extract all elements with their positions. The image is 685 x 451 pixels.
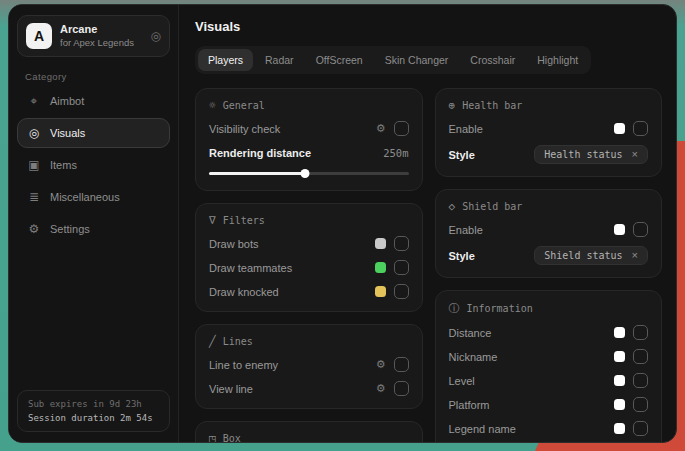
checkbox[interactable] — [633, 121, 648, 136]
checkbox[interactable] — [394, 284, 409, 299]
checkbox[interactable] — [394, 357, 409, 372]
sidebar-item-items[interactable]: ▣Items — [17, 150, 170, 180]
color-swatch[interactable] — [614, 375, 625, 386]
sidebar-item-label: Items — [50, 159, 77, 171]
row-controls: Shield status× — [534, 246, 648, 265]
session-duration-text: Session duration 2m 54s — [28, 413, 159, 423]
row-draw-knocked: Draw knocked — [209, 284, 409, 299]
row-label: Rendering distance — [209, 147, 311, 159]
target-icon[interactable]: ◎ — [151, 29, 161, 43]
color-swatch[interactable] — [614, 327, 625, 338]
select-value: Shield status — [544, 250, 622, 261]
card-title: Shield bar — [462, 201, 522, 212]
gear-icon[interactable]: ⚙ — [376, 358, 386, 371]
row-enable: Enable — [449, 222, 649, 237]
subscription-card: Sub expires in 9d 23h Session duration 2… — [17, 390, 170, 432]
row-controls: ⚙ — [376, 121, 409, 136]
row-controls: Health status× — [534, 145, 648, 164]
checkbox[interactable] — [633, 397, 648, 412]
row-level: Level — [449, 373, 649, 388]
row-controls — [614, 397, 648, 412]
tab-highlight[interactable]: Highlight — [527, 49, 588, 71]
tab-radar[interactable]: Radar — [255, 49, 304, 71]
row-label: Line to enemy — [209, 359, 278, 371]
row-draw-bots: Draw bots — [209, 236, 409, 251]
row-distance: Distance — [449, 325, 649, 340]
card-header: ⊕Health bar — [449, 99, 649, 112]
settings-columns: ☼GeneralVisibility check⚙Rendering dista… — [195, 88, 662, 442]
main-panel: Visuals PlayersRadarOffScreenSkin Change… — [179, 5, 676, 442]
app-title: Arcane — [60, 23, 134, 37]
sidebar-item-settings[interactable]: ⚙Settings — [17, 214, 170, 244]
tab-players[interactable]: Players — [198, 49, 253, 71]
card-header: ◳Box — [209, 432, 409, 442]
sidebar-item-aimbot[interactable]: ⌖Aimbot — [17, 86, 170, 116]
row-style: StyleHealth status× — [449, 145, 649, 164]
color-swatch[interactable] — [614, 123, 625, 134]
color-swatch[interactable] — [614, 423, 625, 434]
row-controls — [614, 121, 648, 136]
style-select[interactable]: Shield status× — [534, 246, 648, 265]
checkbox[interactable] — [633, 349, 648, 364]
card-header: ╱Lines — [209, 335, 409, 348]
card-title: Health bar — [462, 100, 522, 111]
checkbox[interactable] — [633, 421, 648, 436]
checkbox[interactable] — [394, 236, 409, 251]
row-label: Level — [449, 375, 475, 387]
row-controls — [614, 325, 648, 340]
clear-icon[interactable]: × — [632, 250, 638, 261]
row-label: Legend name — [449, 423, 516, 435]
card-header: ⓘInformation — [449, 301, 649, 316]
category-label: Category — [25, 71, 170, 82]
row-enable: Enable — [449, 121, 649, 136]
select-value: Health status — [544, 149, 622, 160]
clear-icon[interactable]: × — [632, 149, 638, 160]
row-label: View line — [209, 383, 253, 395]
slider-thumb[interactable] — [300, 169, 309, 178]
card-header: ◇Shield bar — [449, 200, 649, 213]
checkbox[interactable] — [633, 325, 648, 340]
color-swatch[interactable] — [375, 262, 386, 273]
gear-icon[interactable]: ⚙ — [376, 382, 386, 395]
tab-skin-changer[interactable]: Skin Changer — [375, 49, 459, 71]
color-swatch[interactable] — [614, 224, 625, 235]
gear-icon: ⚙ — [27, 222, 41, 236]
color-swatch[interactable] — [375, 286, 386, 297]
row-label: Enable — [449, 224, 483, 236]
tab-crosshair[interactable]: Crosshair — [460, 49, 525, 71]
row-controls — [614, 349, 648, 364]
sidebar-item-visuals[interactable]: ◎Visuals — [17, 118, 170, 148]
row-label: Draw teammates — [209, 262, 292, 274]
card-header: ☼General — [209, 99, 409, 112]
row-controls — [614, 373, 648, 388]
sliders-icon: ≣ — [27, 190, 41, 204]
rendering-distance-slider[interactable] — [209, 169, 409, 178]
sidebar-item-label: Miscellaneous — [50, 191, 120, 203]
row-rendering-distance: Rendering distance250m — [209, 145, 409, 160]
row-platform: Platform — [449, 397, 649, 412]
checkbox[interactable] — [394, 381, 409, 396]
row-label: Distance — [449, 327, 492, 339]
sidebar-item-label: Aimbot — [50, 95, 84, 107]
row-label: Nickname — [449, 351, 498, 363]
sidebar-item-miscellaneous[interactable]: ≣Miscellaneous — [17, 182, 170, 212]
row-controls — [614, 421, 648, 436]
card-information: ⓘInformationDistanceNicknameLevelPlatfor… — [435, 290, 663, 442]
row-legend-name: Legend name — [449, 421, 649, 436]
sidebar-item-label: Visuals — [50, 127, 85, 139]
color-swatch[interactable] — [375, 238, 386, 249]
tab-offscreen[interactable]: OffScreen — [306, 49, 373, 71]
color-swatch[interactable] — [614, 399, 625, 410]
settings-column: ⊕Health barEnableStyleHealth status×◇Shi… — [435, 88, 663, 442]
row-draw-teammates: Draw teammates — [209, 260, 409, 275]
color-swatch[interactable] — [614, 351, 625, 362]
checkbox[interactable] — [633, 222, 648, 237]
checkbox[interactable] — [633, 373, 648, 388]
checkbox[interactable] — [394, 260, 409, 275]
row-controls — [614, 222, 648, 237]
card-health-bar: ⊕Health barEnableStyleHealth status× — [435, 88, 663, 177]
gear-icon[interactable]: ⚙ — [376, 122, 386, 135]
card-shield-bar: ◇Shield barEnableStyleShield status× — [435, 189, 663, 278]
checkbox[interactable] — [394, 121, 409, 136]
style-select[interactable]: Health status× — [534, 145, 648, 164]
